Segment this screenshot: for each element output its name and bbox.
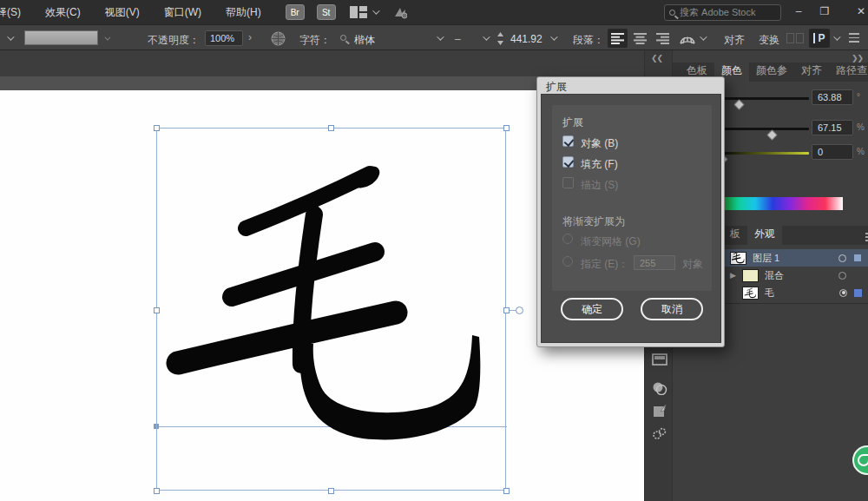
handle-bottom-left[interactable] bbox=[154, 488, 160, 494]
close-button[interactable]: ✕ bbox=[848, 2, 868, 21]
gradient-mesh-radio-disabled bbox=[562, 234, 573, 244]
search-icon bbox=[669, 10, 675, 16]
panel-toggle-chevron-icon[interactable] bbox=[833, 33, 840, 40]
font-chevron-icon[interactable] bbox=[437, 33, 444, 40]
blend-expand-icon[interactable]: ▶ bbox=[730, 271, 742, 280]
align-panel-label[interactable]: 对齐 bbox=[724, 33, 745, 48]
font-size-field[interactable]: 441.92 bbox=[510, 33, 542, 45]
artboards-panel-icon[interactable] bbox=[650, 350, 668, 368]
brightness-unit: % bbox=[857, 147, 865, 156]
align-left-button[interactable] bbox=[608, 29, 628, 48]
blend-target-icon[interactable] bbox=[838, 272, 846, 280]
saturation-value-field[interactable]: 67.15 bbox=[812, 120, 853, 135]
share-icon[interactable] bbox=[393, 5, 407, 19]
fill-checkbox[interactable] bbox=[562, 156, 574, 168]
document-setup-icon[interactable] bbox=[271, 31, 286, 49]
font-name-field[interactable]: 楷体 bbox=[354, 33, 375, 48]
handle-bottom-right[interactable] bbox=[503, 488, 510, 494]
handle-top-right[interactable] bbox=[503, 125, 510, 131]
expand-dialog[interactable]: 扩展 扩展 对象 (B) 填充 (F) 描边 (S) 将渐变扩展为 渐变网格 (… bbox=[536, 76, 725, 347]
saturation-slider[interactable] bbox=[720, 128, 809, 130]
handle-bottom-center[interactable] bbox=[328, 488, 334, 494]
brightness-value-field[interactable]: 0 bbox=[812, 144, 853, 160]
hue-slider[interactable] bbox=[720, 97, 809, 100]
hue-slider-thumb[interactable] bbox=[733, 99, 745, 110]
align-center-button[interactable] bbox=[630, 29, 650, 48]
tab-align[interactable]: 对齐 bbox=[794, 61, 829, 82]
font-search-icon[interactable] bbox=[340, 35, 346, 41]
opacity-input[interactable]: 100% bbox=[205, 30, 243, 46]
stroke-chevron-icon[interactable] bbox=[7, 33, 14, 40]
hue-value-field[interactable]: 63.88 bbox=[812, 89, 853, 105]
profile-chevron-icon[interactable] bbox=[104, 35, 110, 41]
mao-name[interactable]: 毛 bbox=[765, 287, 774, 300]
chevron-down-icon[interactable] bbox=[372, 7, 379, 14]
gradient-mesh-label: 渐变网格 (G) bbox=[581, 234, 641, 249]
layer1-thumbnail[interactable] bbox=[730, 252, 746, 265]
warp-chevron-icon[interactable] bbox=[700, 33, 707, 40]
specify-label: 指定 (E)： bbox=[581, 257, 628, 272]
control-bar-menu-icon[interactable] bbox=[849, 33, 859, 43]
rotate-widget-circle[interactable] bbox=[516, 307, 523, 314]
object-checkbox[interactable] bbox=[562, 135, 574, 147]
menu-select[interactable]: 择(S) bbox=[0, 5, 33, 20]
handle-mid-right[interactable] bbox=[503, 307, 510, 313]
handle-top-left[interactable] bbox=[154, 125, 160, 131]
stroke-checkbox-disabled bbox=[562, 177, 574, 188]
font-size-stepper[interactable] bbox=[496, 32, 504, 48]
handle-top-center[interactable] bbox=[328, 125, 334, 131]
workspace-switcher-icon[interactable] bbox=[350, 6, 367, 18]
selection-bounding-box[interactable] bbox=[156, 128, 506, 491]
menu-effect[interactable]: 效果(C) bbox=[33, 5, 93, 20]
variable-width-profile-swatch[interactable] bbox=[24, 30, 98, 45]
cancel-button[interactable]: 取消 bbox=[641, 298, 703, 320]
restore-button[interactable]: ❐ bbox=[812, 2, 838, 21]
stock-icon[interactable]: St bbox=[317, 4, 336, 20]
illustrator-window: 择(S) 效果(C) 视图(V) 窗口(W) 帮助(H) Br St Web 搜… bbox=[0, 0, 868, 501]
transform-panel-label[interactable]: 变换 bbox=[759, 33, 779, 48]
specify-suffix-label: 对象 bbox=[682, 257, 703, 272]
paragraph-label: 段落： bbox=[573, 33, 604, 48]
bridge-icon[interactable]: Br bbox=[286, 4, 305, 20]
panel-toggle-icon[interactable]: P bbox=[809, 29, 830, 48]
menu-view[interactable]: 视图(V) bbox=[93, 5, 152, 20]
menu-help[interactable]: 帮助(H) bbox=[214, 5, 273, 20]
graphic-styles-panel-icon[interactable] bbox=[650, 401, 668, 419]
saturation-unit: % bbox=[857, 122, 865, 132]
blend-thumbnail[interactable] bbox=[742, 269, 759, 282]
align-right-button[interactable] bbox=[653, 29, 673, 48]
saturation-slider-thumb[interactable] bbox=[766, 129, 778, 141]
mao-selection-indicator[interactable] bbox=[854, 289, 862, 297]
fill-checkbox-label[interactable]: 填充 (F) bbox=[581, 157, 618, 172]
envelope-warp-icon[interactable] bbox=[679, 31, 696, 48]
layer1-selection-indicator[interactable] bbox=[854, 254, 861, 261]
menu-window[interactable]: 窗口(W) bbox=[152, 5, 214, 20]
tab-color-guide[interactable]: 颜色参 bbox=[749, 61, 794, 82]
tab-pathfinder[interactable]: 路径查 bbox=[829, 61, 868, 82]
handle-mid-left[interactable] bbox=[154, 307, 160, 313]
leaf-icon bbox=[858, 454, 868, 466]
live-paint-icon-disabled bbox=[796, 33, 804, 43]
symbols-panel-icon[interactable] bbox=[650, 379, 668, 397]
minimize-button[interactable]: – bbox=[786, 2, 812, 21]
color-spectrum-bar[interactable] bbox=[720, 197, 843, 210]
dialog-body: 扩展 对象 (B) 填充 (F) 描边 (S) 将渐变扩展为 渐变网格 (G) … bbox=[541, 94, 721, 343]
ok-button[interactable]: 确定 bbox=[561, 298, 623, 320]
brightness-slider[interactable] bbox=[720, 152, 809, 155]
tab-appearance[interactable]: 外观 bbox=[747, 224, 782, 245]
expand-panels-icon[interactable]: ❮❮ bbox=[651, 54, 662, 63]
opacity-label: 不透明度： bbox=[148, 33, 200, 48]
mao-thumbnail[interactable] bbox=[742, 287, 759, 300]
font-style-field[interactable]: – bbox=[455, 33, 461, 45]
tab-artboards[interactable]: 板 bbox=[723, 224, 747, 245]
font-size-chevron-icon[interactable] bbox=[550, 33, 557, 40]
layer1-name[interactable]: 图层 1 bbox=[753, 252, 779, 265]
search-input[interactable]: 搜索 Adobe Stock bbox=[664, 4, 781, 21]
font-style-chevron-icon[interactable] bbox=[483, 33, 490, 40]
actions-panel-icon[interactable] bbox=[650, 424, 668, 442]
opacity-expand-arrow[interactable]: › bbox=[248, 31, 252, 43]
blend-name[interactable]: 混合 bbox=[765, 269, 784, 282]
layer1-target-icon[interactable] bbox=[838, 254, 846, 262]
object-checkbox-label[interactable]: 对象 (B) bbox=[581, 136, 618, 151]
mao-target-icon[interactable] bbox=[839, 289, 847, 297]
